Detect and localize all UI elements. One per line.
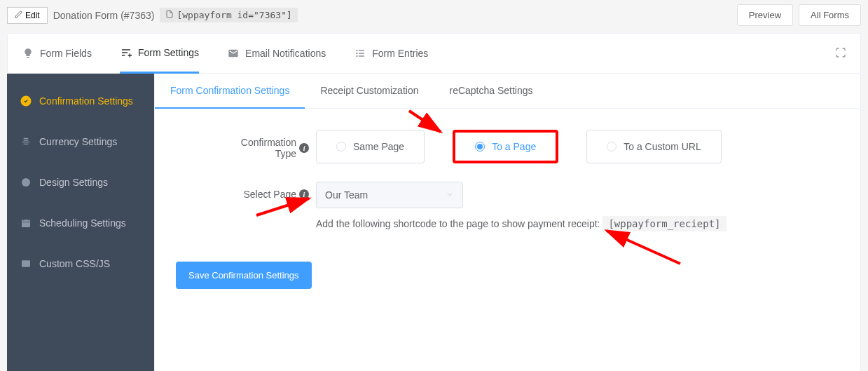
form-title: Donation Form (#7363) bbox=[53, 10, 155, 21]
sidebar-label: Design Settings bbox=[39, 177, 108, 188]
settings-sidebar: Confirmation Settings Currency Settings … bbox=[7, 74, 154, 371]
radio-icon bbox=[336, 142, 346, 151]
palette-icon bbox=[20, 176, 32, 189]
svg-rect-3 bbox=[22, 260, 30, 267]
svg-line-6 bbox=[607, 231, 680, 264]
tab-label: Email Notifications bbox=[245, 48, 326, 59]
help-text: Add the following shortcode to the page … bbox=[316, 218, 726, 229]
sidebar-item-confirmation[interactable]: Confirmation Settings bbox=[7, 81, 154, 121]
radio-icon bbox=[475, 142, 485, 151]
receipt-shortcode[interactable]: [wppayform_reciept] bbox=[602, 216, 726, 231]
sidebar-label: Currency Settings bbox=[39, 136, 117, 147]
edit-label: Edit bbox=[25, 11, 40, 20]
subtab-confirmation[interactable]: Form Confirmation Settings bbox=[155, 74, 305, 109]
select-page-dropdown[interactable]: Our Team bbox=[316, 182, 463, 208]
subtab-recaptcha[interactable]: reCaptcha Settings bbox=[434, 74, 548, 108]
chevron-down-icon bbox=[446, 189, 454, 201]
tab-form-entries[interactable]: Form Entries bbox=[354, 34, 428, 72]
subtab-receipt[interactable]: Receipt Customization bbox=[305, 74, 434, 108]
radio-custom-url[interactable]: To a Custom URL bbox=[586, 130, 721, 163]
calendar-icon bbox=[20, 217, 32, 229]
radio-label: To a Page bbox=[492, 141, 536, 152]
radio-to-page[interactable]: To a Page bbox=[453, 130, 558, 163]
document-icon bbox=[165, 10, 174, 20]
tab-label: Form Entries bbox=[372, 48, 428, 59]
sliders-icon bbox=[120, 46, 132, 59]
edit-button[interactable]: Edit bbox=[7, 7, 48, 24]
svg-line-5 bbox=[256, 198, 309, 215]
select-page-label: Select Page i bbox=[218, 182, 316, 200]
sidebar-label: Confirmation Settings bbox=[39, 95, 133, 107]
main-tabs: Form Fields Form Settings Email Notifica… bbox=[7, 33, 861, 74]
tab-form-fields[interactable]: Form Fields bbox=[22, 34, 92, 72]
tab-email-notifications[interactable]: Email Notifications bbox=[227, 34, 326, 72]
sidebar-label: Scheduling Settings bbox=[39, 217, 126, 229]
info-icon[interactable]: i bbox=[299, 143, 309, 153]
sidebar-item-currency[interactable]: Currency Settings bbox=[7, 121, 154, 162]
svg-line-4 bbox=[409, 111, 441, 132]
bulb-icon bbox=[22, 47, 34, 60]
select-value: Our Team bbox=[325, 189, 368, 201]
list-icon bbox=[354, 47, 366, 60]
sidebar-item-scheduling[interactable]: Scheduling Settings bbox=[7, 203, 154, 243]
mail-icon bbox=[227, 47, 240, 60]
annotation-arrow bbox=[596, 225, 687, 267]
confirmation-type-label: Confirmation Type i bbox=[218, 130, 316, 159]
currency-icon bbox=[20, 135, 32, 148]
main-panel: Form Confirmation Settings Receipt Custo… bbox=[154, 74, 861, 371]
fullscreen-icon[interactable] bbox=[835, 47, 846, 60]
tab-label: Form Settings bbox=[138, 47, 199, 58]
pencil-icon bbox=[15, 11, 22, 20]
sidebar-item-design[interactable]: Design Settings bbox=[7, 162, 154, 203]
info-icon[interactable]: i bbox=[299, 189, 309, 199]
radio-label: Same Page bbox=[353, 141, 404, 152]
save-confirmation-button[interactable]: Save Confirmation Settings bbox=[176, 262, 312, 289]
sidebar-item-custom[interactable]: Custom CSS/JS bbox=[7, 243, 154, 284]
check-circle-icon bbox=[20, 95, 32, 107]
sidebar-label: Custom CSS/JS bbox=[39, 258, 110, 269]
tab-label: Form Fields bbox=[40, 48, 92, 59]
tab-form-settings[interactable]: Form Settings bbox=[120, 34, 199, 74]
radio-icon bbox=[607, 142, 616, 151]
radio-label: To a Custom URL bbox=[624, 141, 701, 152]
shortcode-text: [wppayform id="7363"] bbox=[177, 10, 291, 20]
svg-point-1 bbox=[22, 178, 30, 187]
svg-rect-2 bbox=[22, 220, 30, 227]
radio-same-page[interactable]: Same Page bbox=[316, 130, 425, 163]
shortcode-display[interactable]: [wppayform id="7363"] bbox=[160, 8, 297, 22]
all-forms-button[interactable]: All Forms bbox=[799, 4, 861, 26]
sub-tabs: Form Confirmation Settings Receipt Custo… bbox=[155, 74, 860, 109]
code-icon bbox=[20, 257, 32, 270]
preview-button[interactable]: Preview bbox=[737, 4, 793, 26]
